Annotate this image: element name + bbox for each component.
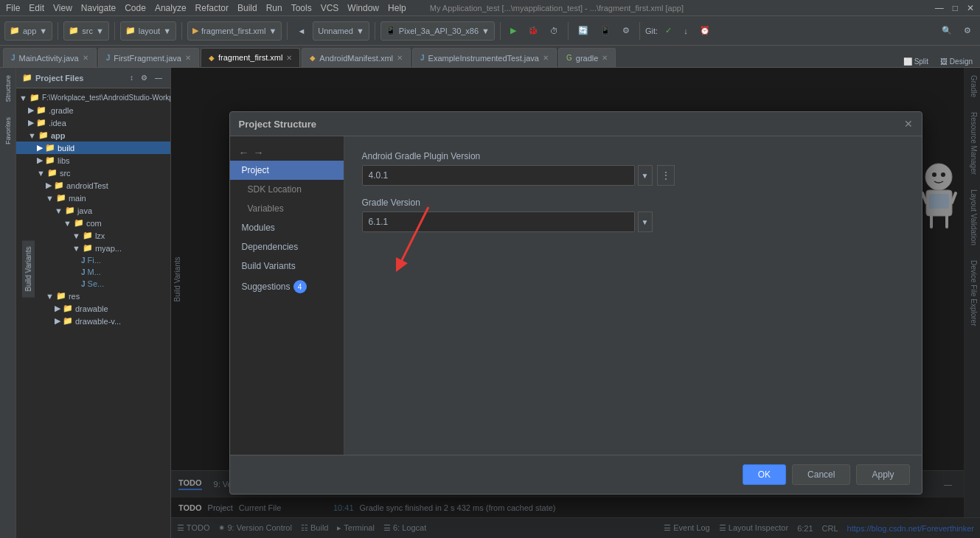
tab-close-gradle[interactable]: ✕ <box>602 54 608 62</box>
tab-android-manifest[interactable]: ◆ AndroidManifest.xml ✕ <box>302 48 411 67</box>
tab-close-first-fragment[interactable]: ✕ <box>185 54 191 62</box>
tab-fragment-xml[interactable]: ◆ fragment_first.xml ✕ <box>201 48 300 67</box>
app-dropdown[interactable]: 📁 app ▼ <box>4 21 52 41</box>
git-check[interactable]: ✓ <box>661 24 676 37</box>
tree-se-file[interactable]: J Se... <box>16 278 170 290</box>
tree-close-btn[interactable]: — <box>153 73 164 83</box>
menu-code[interactable]: Code <box>125 3 146 13</box>
folder-icon-header: 📁 <box>22 73 32 83</box>
tree-app-folder[interactable]: ▼ 📁 app <box>16 129 170 142</box>
tree-java-folder[interactable]: ▼ 📁 java <box>16 204 170 217</box>
run-config-label: Unnamed <box>318 27 353 35</box>
tree-com-folder[interactable]: ▼ 📁 com <box>16 217 170 229</box>
menu-window[interactable]: Window <box>347 3 379 13</box>
maximize-btn[interactable]: □ <box>953 3 958 13</box>
expand-java-icon: ▼ <box>55 206 63 215</box>
tree-res-folder[interactable]: ▼ 📁 res <box>16 290 170 302</box>
gradle-version-dropdown-btn[interactable]: ▼ <box>638 212 653 232</box>
sync-btn[interactable]: 🔄 <box>574 24 593 37</box>
menu-refactor[interactable]: Refactor <box>195 3 229 13</box>
menu-analyze[interactable]: Analyze <box>155 3 187 13</box>
tree-libs-folder[interactable]: ▶ 📁 libs <box>16 154 170 167</box>
nav-item-build-variants[interactable]: Build Variants <box>230 256 344 276</box>
layout-dropdown[interactable]: 📁 layout ▼ <box>120 21 176 41</box>
profile-btn[interactable]: ⏱ <box>546 25 563 37</box>
menu-navigate[interactable]: Navigate <box>81 3 116 13</box>
tree-gradle-folder[interactable]: ▶ 📁 .gradle <box>16 104 170 116</box>
plugin-version-select[interactable]: 4.0.1 <box>362 165 635 186</box>
menu-build[interactable]: Build <box>237 3 257 13</box>
git-history[interactable]: ⏰ <box>695 24 715 37</box>
run-config-dropdown[interactable]: Unnamed ▼ <box>313 21 369 41</box>
avd-btn[interactable]: 📱 <box>596 24 615 37</box>
app-label: app <box>23 27 36 35</box>
nav-item-sdk[interactable]: SDK Location <box>230 180 344 199</box>
tab-close-android-manifest[interactable]: ✕ <box>397 54 403 62</box>
menu-bar: File Edit View Navigate Code Analyze Ref… <box>0 0 980 16</box>
plugin-version-more-btn[interactable]: ⋮ <box>657 165 675 186</box>
favorites-tab[interactable]: Favorites <box>3 110 13 152</box>
tree-myapp-folder[interactable]: ▼ 📁 myap... <box>16 242 170 254</box>
tree-gear-btn[interactable]: ⚙ <box>139 73 150 83</box>
plugin-version-label: Android Gradle Plugin Version <box>362 151 904 161</box>
menu-edit[interactable]: Edit <box>29 3 44 13</box>
tree-fi-file[interactable]: J Fi... <box>16 254 170 266</box>
nav-back-btn[interactable]: ← <box>239 147 249 158</box>
menu-vcs[interactable]: VCS <box>321 3 339 13</box>
close-btn[interactable]: ✕ <box>967 3 974 13</box>
tab-main-activity[interactable]: J MainActivity.java ✕ <box>3 48 97 67</box>
device-dropdown[interactable]: 📱 Pixel_3a_API_30_x86 ▼ <box>380 21 495 41</box>
nav-item-dependencies[interactable]: Dependencies <box>230 237 344 256</box>
tree-sync-btn[interactable]: ↕ <box>128 73 136 83</box>
sdk-btn[interactable]: ⚙ <box>618 24 634 37</box>
run-btn[interactable]: ▶ <box>506 24 521 37</box>
tree-root[interactable]: ▼ 📁 F:\Workplace_test\AndroidStudio-Work… <box>16 91 170 104</box>
tree-lzx-folder[interactable]: ▼ 📁 lzx <box>16 229 170 242</box>
design-btn[interactable]: 🖼 Design <box>936 56 977 67</box>
minimize-btn[interactable]: — <box>935 3 944 13</box>
cancel-button[interactable]: Cancel <box>792 464 850 485</box>
menu-file[interactable]: File <box>6 3 20 13</box>
tab-close-main-activity[interactable]: ✕ <box>83 54 88 62</box>
toolbar: 📁 app ▼ 📁 src ▼ 📁 layout ▼ ▶ fragment_fi… <box>0 16 980 46</box>
menu-help[interactable]: Help <box>388 3 406 13</box>
debug-btn[interactable]: 🐞 <box>524 24 543 37</box>
nav-forward-btn[interactable]: → <box>254 147 264 158</box>
tree-drawable-folder[interactable]: ▶ 📁 drawable <box>16 302 170 315</box>
tree-m-file[interactable]: J M... <box>16 266 170 278</box>
plugin-version-dropdown-btn[interactable]: ▼ <box>638 165 653 186</box>
build-variants-left-tab[interactable]: Build Variants <box>22 241 35 298</box>
file-dropdown[interactable]: ▶ fragment_first.xml ▼ <box>187 21 282 41</box>
dialog-close-btn[interactable]: ✕ <box>904 118 913 130</box>
tree-src-folder[interactable]: ▼ 📁 src <box>16 167 170 179</box>
tab-gradle[interactable]: G gradle ✕ <box>558 48 616 67</box>
ok-button[interactable]: OK <box>743 464 786 485</box>
nav-item-suggestions[interactable]: Suggestions 4 <box>230 276 344 298</box>
menu-view[interactable]: View <box>53 3 72 13</box>
module-dropdown[interactable]: 📁 src ▼ <box>63 21 109 41</box>
tab-close-example[interactable]: ✕ <box>543 54 549 62</box>
apply-button[interactable]: Apply <box>856 464 909 485</box>
nav-item-variables[interactable]: Variables <box>230 199 344 218</box>
tab-close-fragment-xml[interactable]: ✕ <box>286 54 292 62</box>
menu-tools[interactable]: Tools <box>291 3 312 13</box>
tab-first-fragment[interactable]: J FirstFragment.java ✕ <box>98 48 199 67</box>
structure-tab[interactable]: Structure <box>3 68 13 110</box>
menu-run[interactable]: Run <box>266 3 282 13</box>
back-btn[interactable]: ◄ <box>293 25 310 37</box>
plugin-version-group: Android Gradle Plugin Version 4.0.1 ▼ ⋮ <box>362 151 904 186</box>
tree-build-folder[interactable]: ▶ 📁 build <box>16 142 170 154</box>
dialog-title-bar: Project Structure ✕ <box>230 112 922 136</box>
tab-example-instrumented[interactable]: J ExampleInstrumentedTest.java ✕ <box>412 48 557 67</box>
nav-item-project[interactable]: Project <box>230 161 344 180</box>
tree-main-folder[interactable]: ▼ 📁 main <box>16 192 170 204</box>
settings-btn[interactable]: ⚙ <box>959 24 976 37</box>
nav-item-modules[interactable]: Modules <box>230 218 344 237</box>
git-update[interactable]: ↓ <box>679 25 692 37</box>
tree-drawable-v-folder[interactable]: ▶ 📁 drawable-v... <box>16 315 170 327</box>
tree-idea-folder[interactable]: ▶ 📁 .idea <box>16 116 170 129</box>
split-btn[interactable]: ⬜ Split <box>899 56 933 67</box>
tree-androidtest-folder[interactable]: ▶ 📁 androidTest <box>16 179 170 192</box>
dialog-content: Android Gradle Plugin Version 4.0.1 ▼ ⋮ <box>344 136 922 455</box>
search-everywhere-btn[interactable]: 🔍 <box>937 24 956 37</box>
